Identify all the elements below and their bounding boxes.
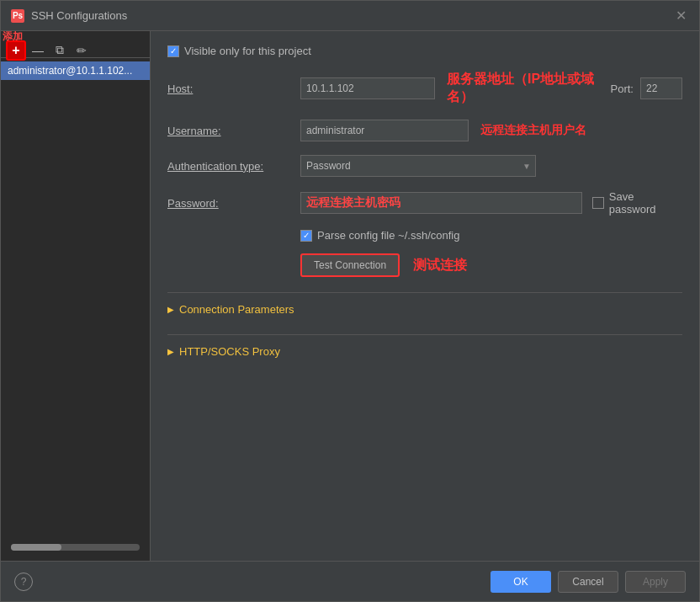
http-proxy-header[interactable]: ▶ HTTP/SOCKS Proxy <box>167 344 682 360</box>
port-input[interactable] <box>640 77 682 99</box>
main-panel: ✓ Visible only for this project Host: 服务… <box>151 31 699 561</box>
parse-config-row: ✓ Parse config file ~/.ssh/config <box>300 229 682 242</box>
ok-button[interactable]: OK <box>491 571 551 593</box>
list-item[interactable]: administrator@10.1.1.102... <box>1 61 150 80</box>
help-button[interactable]: ? <box>14 573 33 591</box>
title-bar: Ps SSH Configurations ✕ <box>1 1 699 31</box>
auth-type-row: Authentication type: Password Key pair O… <box>167 155 682 177</box>
visible-only-label: Visible only for this project <box>184 45 311 57</box>
add-ssh-button[interactable]: + <box>6 40 26 61</box>
auth-type-select[interactable]: Password Key pair OpenSSH config and aut… <box>300 155 536 177</box>
password-input[interactable] <box>300 192 582 214</box>
sidebar-toolbar: 添加 + — ⧉ ✏ <box>1 31 150 58</box>
save-password-label: Save password <box>609 190 682 216</box>
host-row: Host: 服务器地址（IP地址或域名） Port: <box>167 71 682 106</box>
username-annotation: 远程连接主机用户名 <box>480 123 586 138</box>
sidebar: 添加 + — ⧉ ✏ administrator@10.1.1.102... <box>1 31 151 561</box>
remove-ssh-button[interactable]: — <box>28 40 48 61</box>
copy-ssh-button[interactable]: ⧉ <box>50 40 70 61</box>
test-connection-annotation: 测试连接 <box>413 257 467 274</box>
sidebar-scrollbar[interactable] <box>11 544 140 551</box>
test-connection-button[interactable]: Test Connection <box>300 253 400 277</box>
edit-ssh-button[interactable]: ✏ <box>72 40 92 61</box>
cancel-button[interactable]: Cancel <box>558 571 618 593</box>
connection-params-chevron-icon: ▶ <box>167 305 174 314</box>
connection-params-title: Connection Parameters <box>179 303 294 316</box>
dialog-title: SSH Configurations <box>31 9 127 22</box>
username-row: Username: 远程连接主机用户名 <box>167 120 682 141</box>
password-row: Password: Save password <box>167 190 682 216</box>
apply-button[interactable]: Apply <box>625 571 686 593</box>
username-label: Username: <box>167 125 294 137</box>
host-label: Host: <box>167 83 294 95</box>
password-label: Password: <box>167 197 294 210</box>
close-button[interactable]: ✕ <box>672 8 689 24</box>
connection-params-header[interactable]: ▶ Connection Parameters <box>167 301 682 317</box>
dialog-content: 添加 + — ⧉ ✏ administrator@10.1.1.102... ✓… <box>1 31 699 561</box>
username-input[interactable] <box>300 120 469 141</box>
footer-right: OK Cancel Apply <box>491 571 686 593</box>
connection-params-section: ▶ Connection Parameters <box>167 292 682 326</box>
test-connection-row: Test Connection 测试连接 <box>300 253 682 277</box>
http-proxy-title: HTTP/SOCKS Proxy <box>179 345 280 358</box>
parse-config-label: Parse config file ~/.ssh/config <box>317 229 459 242</box>
title-bar-left: Ps SSH Configurations <box>11 9 127 23</box>
ssh-list: administrator@10.1.1.102... <box>1 58 150 535</box>
port-label: Port: <box>611 83 634 95</box>
dialog-footer: ? OK Cancel Apply <box>1 561 699 601</box>
sidebar-scroll-area <box>1 535 150 561</box>
parse-config-checkbox[interactable]: ✓ <box>300 230 312 242</box>
visible-only-row: ✓ Visible only for this project <box>167 45 682 57</box>
sidebar-scroll-thumb <box>11 544 61 551</box>
ssh-configurations-dialog: Ps SSH Configurations ✕ 添加 + — ⧉ ✏ admin… <box>0 0 700 602</box>
footer-left: ? <box>14 573 33 591</box>
host-annotation: 服务器地址（IP地址或域名） <box>447 71 599 106</box>
http-proxy-chevron-icon: ▶ <box>167 347 174 356</box>
save-password-row: Save password <box>592 190 682 216</box>
host-input[interactable] <box>300 77 435 99</box>
save-password-checkbox[interactable] <box>592 197 604 209</box>
auth-type-label: Authentication type: <box>167 160 294 173</box>
http-proxy-section: ▶ HTTP/SOCKS Proxy <box>167 334 682 368</box>
visible-only-checkbox[interactable]: ✓ <box>167 45 179 57</box>
app-icon: Ps <box>11 9 24 23</box>
auth-select-wrapper: Password Key pair OpenSSH config and aut… <box>300 155 536 177</box>
